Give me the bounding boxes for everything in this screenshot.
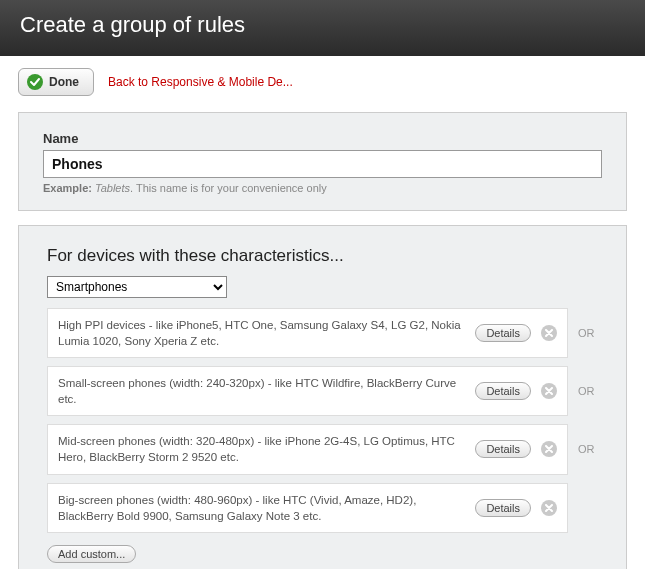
back-link[interactable]: Back to Responsive & Mobile De... [108,75,293,89]
name-input[interactable] [43,150,602,178]
check-circle-icon [27,74,43,90]
toolbar: Done Back to Responsive & Mobile De... [0,56,645,106]
remove-icon[interactable] [541,383,557,399]
remove-icon[interactable] [541,325,557,341]
hint-suffix: . This name is for your convenience only [130,182,327,194]
details-button[interactable]: Details [475,499,531,517]
rule-text: Big-screen phones (width: 480-960px) - l… [58,492,465,524]
hint-prefix: Example: [43,182,92,194]
rule-row: Mid-screen phones (width: 320-480px) - l… [47,424,602,474]
or-label: OR [578,443,602,455]
page-title: Create a group of rules [20,12,245,37]
rule-row: Big-screen phones (width: 480-960px) - l… [47,483,602,533]
page-header: Create a group of rules [0,0,645,56]
details-button[interactable]: Details [475,382,531,400]
rule-row: Small-screen phones (width: 240-320px) -… [47,366,602,416]
or-label: OR [578,385,602,397]
preset-select[interactable]: Smartphones [47,276,227,298]
name-label: Name [43,131,602,146]
rule-text: Mid-screen phones (width: 320-480px) - l… [58,433,465,465]
rule-card: Small-screen phones (width: 240-320px) -… [47,366,568,416]
or-label: OR [578,327,602,339]
add-custom-button[interactable]: Add custom... [47,545,136,563]
rule-text: Small-screen phones (width: 240-320px) -… [58,375,465,407]
devices-title: For devices with these characteristics..… [47,246,602,266]
remove-icon[interactable] [541,500,557,516]
details-button[interactable]: Details [475,324,531,342]
details-button[interactable]: Details [475,440,531,458]
rule-card: Mid-screen phones (width: 320-480px) - l… [47,424,568,474]
name-hint: Example: Tablets. This name is for your … [43,182,602,194]
rule-card: High PPI devices - like iPhone5, HTC One… [47,308,568,358]
hint-example: Tablets [95,182,130,194]
done-button-label: Done [49,75,79,89]
preset-select-wrap: Smartphones [47,276,602,298]
devices-panel: For devices with these characteristics..… [18,225,627,569]
done-button[interactable]: Done [18,68,94,96]
name-panel: Name Example: Tablets. This name is for … [18,112,627,211]
remove-icon[interactable] [541,441,557,457]
rule-text: High PPI devices - like iPhone5, HTC One… [58,317,465,349]
rule-card: Big-screen phones (width: 480-960px) - l… [47,483,568,533]
rule-row: High PPI devices - like iPhone5, HTC One… [47,308,602,358]
